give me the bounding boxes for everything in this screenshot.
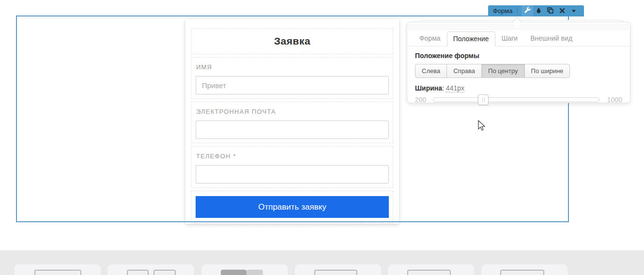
template-shape <box>153 270 176 275</box>
caret-down-icon <box>571 7 577 15</box>
phone-input[interactable] <box>196 165 389 183</box>
submit-button[interactable]: Отправить заявку <box>196 196 389 218</box>
droplet-icon <box>536 7 542 15</box>
template-shape <box>500 270 544 275</box>
template-preview-card[interactable] <box>201 264 288 275</box>
alignment-segmented-control: Слева Справа По центру По ширине <box>415 64 570 78</box>
page-canvas: Заявка ИМЯ ЭЛЕКТРОННАЯ ПОЧТА ТЕЛЕФОН * О… <box>0 0 644 275</box>
template-shape <box>246 270 263 275</box>
delete-button[interactable] <box>556 5 568 16</box>
popup-tabs: Форма Положение Шаги Внешний вид <box>407 29 630 46</box>
template-shape <box>221 270 246 275</box>
form-field-name[interactable]: ИМЯ <box>191 57 393 99</box>
settings-button[interactable] <box>521 5 533 16</box>
width-value[interactable]: 441px <box>446 84 464 92</box>
settings-popup: Форма Положение Шаги Внешний вид Положен… <box>407 22 630 103</box>
width-separator: : <box>442 84 446 92</box>
width-slider-track[interactable] <box>433 97 599 102</box>
tab-shagi[interactable]: Шаги <box>495 31 524 46</box>
align-right-button[interactable]: Справа <box>446 64 482 78</box>
tab-forma[interactable]: Форма <box>413 31 447 46</box>
form-field-email[interactable]: ЭЛЕКТРОННАЯ ПОЧТА <box>191 102 393 143</box>
template-strip <box>0 250 644 275</box>
widget-toolbar: Форма <box>488 5 584 16</box>
tab-polozhenie[interactable]: Положение <box>447 31 495 46</box>
form-title-block[interactable]: Заявка <box>191 28 393 54</box>
mouse-cursor <box>477 120 487 134</box>
form-widget: Заявка ИМЯ ЭЛЕКТРОННАЯ ПОЧТА ТЕЛЕФОН * О… <box>185 19 399 224</box>
slider-min-label: 200 <box>415 96 426 104</box>
slider-max-label: 1000 <box>607 96 622 104</box>
widget-type-label: Форма <box>493 7 517 15</box>
duplicate-button[interactable] <box>545 5 556 16</box>
toolbar-divider <box>517 7 518 15</box>
form-title: Заявка <box>274 35 310 47</box>
email-input[interactable] <box>196 121 389 139</box>
collapse-button[interactable] <box>568 5 580 16</box>
template-preview-card[interactable] <box>388 264 474 275</box>
field-label-phone: ТЕЛЕФОН * <box>196 153 389 160</box>
close-icon <box>559 7 565 15</box>
template-shape <box>314 270 357 275</box>
style-button[interactable] <box>533 5 545 16</box>
width-row: Ширина: 441px <box>415 84 622 92</box>
template-preview-card[interactable] <box>15 264 101 275</box>
form-submit-block[interactable]: Отправить заявку <box>191 191 393 223</box>
width-label: Ширина <box>415 84 442 92</box>
field-label-email: ЭЛЕКТРОННАЯ ПОЧТА <box>196 108 389 115</box>
form-field-phone[interactable]: ТЕЛЕФОН * <box>191 146 393 188</box>
template-shape <box>407 270 451 275</box>
field-label-name: ИМЯ <box>196 63 389 71</box>
template-shape <box>34 270 81 275</box>
align-center-button[interactable]: По центру <box>481 64 524 78</box>
template-shape <box>127 270 149 275</box>
section-title: Положение формы <box>415 52 622 60</box>
align-left-button[interactable]: Слева <box>415 64 447 78</box>
template-preview-card[interactable] <box>107 264 194 275</box>
align-full-width-button[interactable]: По ширине <box>524 64 570 78</box>
template-preview-card[interactable] <box>295 264 381 275</box>
template-preview-card[interactable] <box>481 264 567 275</box>
deck-line <box>408 27 629 27</box>
popup-body: Положение формы Слева Справа По центру П… <box>407 46 630 104</box>
name-input[interactable] <box>196 76 389 94</box>
width-slider-row: 200 1000 <box>415 96 622 104</box>
width-slider-handle[interactable] <box>478 94 489 105</box>
duplicate-icon <box>547 7 553 15</box>
wrench-icon <box>524 7 531 15</box>
tab-vneshniy-vid[interactable]: Внешний вид <box>524 31 579 46</box>
